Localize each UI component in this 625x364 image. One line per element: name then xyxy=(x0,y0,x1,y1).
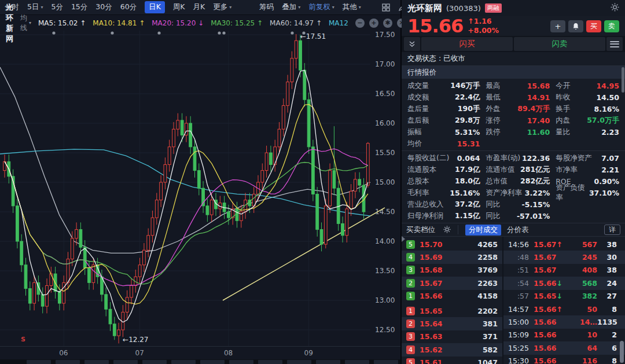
chart-navigator-strip[interactable] xyxy=(0,359,400,364)
tick-time: 15:09 xyxy=(506,330,529,339)
grid-layout-icon[interactable] xyxy=(382,3,390,12)
toolbar-item-月K[interactable]: 月K xyxy=(193,2,205,12)
toolbar-item-5日[interactable]: 5日▾ xyxy=(27,2,43,12)
tick-volume: 568 xyxy=(572,279,597,288)
stock-name: 光环新网 xyxy=(407,3,442,14)
ma-selector-dropdown[interactable]: 均线▾ xyxy=(20,13,31,33)
tick-price: 15.67 xyxy=(534,266,564,274)
flash-sell-button[interactable]: 闪卖 xyxy=(514,37,605,51)
flash-buy-button[interactable]: 闪买 xyxy=(421,37,513,51)
ask-level-2[interactable]: 215.672263 xyxy=(402,277,502,289)
buy-button[interactable]: 买 xyxy=(586,20,601,32)
tick-row[interactable]: :5715.65↓38227 xyxy=(503,290,625,303)
bid-level-3[interactable]: 315.63371 xyxy=(402,330,502,343)
ask-level-4[interactable]: 415.692258 xyxy=(402,251,502,263)
quick-trade-row: 闪买 闪卖 xyxy=(402,36,625,52)
stat-成交额: 成交额22.4亿 xyxy=(407,91,486,103)
financial-row: 流通股本17.9亿流通市值281亿元市净率2.21 xyxy=(402,164,625,175)
ask-level-3[interactable]: 315.683769 xyxy=(402,264,502,277)
hamburger-menu-icon[interactable] xyxy=(606,37,623,51)
toolbar-item-更多[interactable]: 更多▾ xyxy=(213,2,231,12)
tick-row[interactable]: :5115.6740838 xyxy=(503,264,625,277)
tick-row[interactable]: 15:0015.6614…1135 xyxy=(503,315,625,328)
tick-row[interactable]: 15:0915.66102 xyxy=(503,329,625,341)
stat-归母净利润: 归母净利润1.15亿 xyxy=(407,210,486,222)
financial-row: 营业总收入37.2亿同比-5.15% xyxy=(402,198,625,210)
zoom-in-icon[interactable]: + xyxy=(369,19,378,28)
tick-time: 15:25 xyxy=(506,344,529,352)
tick-count: 8 xyxy=(597,305,617,314)
toolbar-item-日K[interactable]: 日K xyxy=(145,1,165,13)
kline-chart-area[interactable]: 17.5017.0016.5016.0015.5015.0014.5014.00… xyxy=(0,31,400,346)
tick-row[interactable]: 14:5715.66↑508 xyxy=(503,303,625,315)
toolbar-item-30分[interactable]: 30分 xyxy=(95,2,112,12)
svg-text:16.00: 16.00 xyxy=(375,119,395,127)
stat-成交量: 成交量146万手 xyxy=(407,80,486,91)
tick-count: 27 xyxy=(597,292,617,300)
chart-settings-gear-icon[interactable]: ✱ xyxy=(383,19,392,28)
tick-price: 15.66↑ xyxy=(534,305,564,314)
tab-time-sales[interactable]: 分时成交 xyxy=(465,225,501,236)
ask-level-1[interactable]: 115.664158 xyxy=(402,290,502,303)
tab-price-distribution[interactable]: 分价表 xyxy=(507,225,529,235)
bid-level-1[interactable]: 115.652202 xyxy=(402,304,502,317)
bid-level-2[interactable]: 215.64381 xyxy=(402,317,502,330)
tick-time: :57 xyxy=(506,292,529,300)
tick-row[interactable]: :5415.66↓56824 xyxy=(503,277,625,289)
toolbar-item-周K[interactable]: 周K xyxy=(173,2,185,12)
toolbar-item-5分[interactable]: 5分 xyxy=(51,2,62,12)
detail-button[interactable]: 详 xyxy=(604,225,620,235)
double-chevron-down-icon[interactable] xyxy=(404,37,420,51)
quote-row: 盘后额29.8万涨停17.40内盘57.0万手 xyxy=(402,115,625,126)
tick-row[interactable]: :4815.6724530 xyxy=(503,251,625,263)
add-watchlist-button[interactable]: + xyxy=(550,20,565,32)
ma-legend-MA30: MA30: 15.25 ↑ xyxy=(211,19,263,27)
panel-scrollbar-thumb[interactable] xyxy=(622,67,624,93)
toolbar-item-其他[interactable]: 其他▾ xyxy=(343,2,361,12)
toolbar-item-前复权[interactable]: 前复权▾ xyxy=(308,2,334,12)
tick-row[interactable]: 15:2515.66646 xyxy=(503,341,625,354)
sell-button[interactable]: 卖 xyxy=(604,20,619,32)
level-price: 15.61 xyxy=(420,358,447,364)
last-price: 15.66 xyxy=(407,17,463,35)
toolbar-item-筹码[interactable]: 筹码 xyxy=(259,2,274,12)
svg-text:←17.51: ←17.51 xyxy=(300,32,326,41)
tick-price: 15.66↓ xyxy=(534,279,564,288)
quote-section-title: 行情报价 xyxy=(407,68,436,78)
level-volume: 1047 xyxy=(477,358,498,364)
x-axis-label-07: 07 xyxy=(135,349,144,357)
toolbar-item-15分[interactable]: 15分 xyxy=(71,2,87,12)
quote-row: 成交量146万手最高15.68今开14.95 xyxy=(402,80,625,91)
bid-level-4[interactable]: 415.62582 xyxy=(402,343,502,356)
tick-time: 14:57 xyxy=(506,305,529,314)
candlestick-chart[interactable]: 17.5017.0016.5016.0015.5015.0014.5014.00… xyxy=(0,31,400,346)
tick-volume: 116 xyxy=(572,356,597,364)
ask-level-5[interactable]: 515.704265 xyxy=(402,238,502,251)
stat-换手: 换手8.16% xyxy=(556,103,619,115)
bid-level-5[interactable]: 515.611047 xyxy=(402,356,502,364)
ticks-scrollbar-thumb[interactable] xyxy=(620,341,624,363)
toolbar-item-叠加[interactable]: 叠加▾ xyxy=(282,2,300,12)
tick-price: 15.66 xyxy=(534,356,564,364)
orderbook-gear-icon[interactable] xyxy=(443,225,451,236)
price-row: 15.66 ↑1.16 +8.00% + 买 卖 xyxy=(402,16,625,36)
svg-text:←12.27: ←12.27 xyxy=(123,336,148,344)
chart-x-axis: 06070809 xyxy=(0,346,400,359)
tick-volume: 382 xyxy=(572,292,597,300)
ma-legend-MA20: MA20: 15.20 ↓ xyxy=(152,19,204,27)
ma-legend-MA10: MA10: 14.81 ↑ xyxy=(93,19,145,27)
chart-tool-icons: − + ✱ ✕ xyxy=(355,19,406,28)
margin-trading-badge: 两融 xyxy=(485,3,502,13)
tab-order-book[interactable]: 买卖档位 xyxy=(406,225,435,235)
panel-settings-gear-icon[interactable] xyxy=(611,3,619,14)
level-volume: 2258 xyxy=(477,253,498,262)
toolbar-item-60分[interactable]: 60分 xyxy=(120,2,137,12)
level-badge: 5 xyxy=(406,358,415,364)
zoom-out-icon[interactable]: − xyxy=(355,19,365,28)
tick-row[interactable]: 15:3015.661168 xyxy=(503,355,625,364)
tick-row[interactable]: 14:5615.67↑56738 xyxy=(503,238,625,251)
svg-text:13.50: 13.50 xyxy=(375,267,395,275)
quote-panel: 光环新网 (300383) 两融 15.66 ↑1.16 +8.00% + 买 … xyxy=(402,0,625,364)
level-badge: 2 xyxy=(406,279,415,288)
alert-bell-icon[interactable] xyxy=(568,20,583,32)
